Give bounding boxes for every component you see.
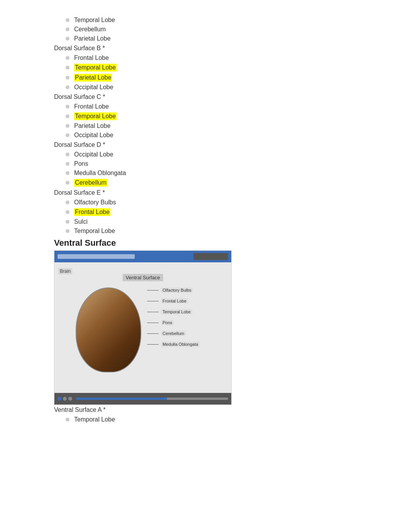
item-label: Temporal Lobe xyxy=(74,228,115,235)
progress-bar xyxy=(76,398,228,400)
list-item: Temporal Lobe xyxy=(54,111,395,121)
annotation-line: Olfactory Bulbs xyxy=(147,287,227,293)
image-inner-label: Ventral Surface xyxy=(123,274,163,281)
item-label: Temporal Lobe xyxy=(74,17,115,24)
item-label: Occipital Lobe xyxy=(74,151,113,158)
dot xyxy=(58,397,61,401)
bullet-icon xyxy=(66,418,69,422)
item-label: Parietal Lobe xyxy=(74,74,112,82)
list-item: Temporal Lobe xyxy=(54,226,395,236)
list-item: Frontal Lobe xyxy=(54,102,395,111)
annotation-line: Cerebellum xyxy=(147,331,227,336)
item-label: Frontal Lobe xyxy=(74,103,109,110)
bullet-icon xyxy=(66,37,69,41)
annotation-line: Medulla Oblongata xyxy=(147,342,227,347)
section-header-dorsal-c: Dorsal Surface C * xyxy=(54,92,395,102)
bullet-icon xyxy=(66,181,69,185)
item-label: Frontal Lobe xyxy=(74,54,109,61)
section-header-dorsal-e: Dorsal Surface E * xyxy=(54,188,395,198)
list-item: Parietal Lobe xyxy=(54,121,395,131)
bullet-icon xyxy=(66,105,69,109)
annotation-dash xyxy=(147,312,159,312)
list-item: Medulla Oblongata xyxy=(54,168,395,178)
annotation-text: Cerebellum xyxy=(161,331,186,336)
image-bottom-bar xyxy=(54,393,231,405)
item-label: Occipital Lobe xyxy=(74,84,113,91)
image-top-bar xyxy=(54,251,231,262)
ventral-surface-header: Ventral Surface xyxy=(54,236,395,250)
annotation-line: Pons xyxy=(147,320,227,325)
dot xyxy=(63,397,67,401)
section-header-dorsal-b: Dorsal Surface B * xyxy=(54,43,395,53)
dot xyxy=(68,397,72,401)
item-label: Olfactory Bulbs xyxy=(74,199,116,206)
annotation-dash xyxy=(147,323,159,323)
bullet-icon xyxy=(66,229,69,233)
dorsal-e-items: Olfactory Bulbs Frontal Lobe Sulci Tempo… xyxy=(54,198,395,236)
annotation-dash xyxy=(147,301,159,301)
item-label: Temporal Lobe xyxy=(74,416,115,423)
list-item: Sulci xyxy=(54,217,395,226)
brain-photo xyxy=(76,287,141,372)
bullet-icon xyxy=(66,220,69,224)
ventral-surface-image-block[interactable]: Brain Ventral Surface Olfactory Bulbs Fr… xyxy=(54,250,232,405)
annotation-dash xyxy=(147,290,159,291)
annotation-text: Olfactory Bulbs xyxy=(161,287,193,293)
image-top-bar-right xyxy=(193,253,228,260)
image-annotations: Olfactory Bulbs Frontal Lobe Temporal Lo… xyxy=(147,287,227,393)
list-item: Pons xyxy=(54,159,395,168)
item-label: Parietal Lobe xyxy=(74,35,110,42)
list-item: Cerebellum xyxy=(54,178,395,188)
bullet-icon xyxy=(66,18,69,22)
list-item: Temporal Lobe xyxy=(54,15,395,25)
bottom-bar-dots xyxy=(58,397,72,401)
progress-fill xyxy=(76,398,167,400)
annotation-text: Pons xyxy=(161,320,174,325)
list-item: Occipital Lobe xyxy=(54,150,395,159)
section-header-ventral-a: Ventral Surface A * xyxy=(54,405,395,415)
main-content: Temporal Lobe Cerebellum Parietal Lobe D… xyxy=(0,15,410,424)
image-top-bar-left xyxy=(58,254,135,259)
list-item: Occipital Lobe xyxy=(54,131,395,140)
item-label: Temporal Lobe xyxy=(74,64,117,71)
item-label: Medulla Oblongata xyxy=(74,170,126,177)
ventral-a-items: Temporal Lobe xyxy=(54,415,395,424)
annotation-text: Temporal Lobe xyxy=(161,309,192,314)
item-label: Frontal Lobe xyxy=(74,208,110,216)
item-label: Parietal Lobe xyxy=(74,122,110,129)
dorsal-d-items: Occipital Lobe Pons Medulla Oblongata Ce… xyxy=(54,150,395,188)
list-item: Frontal Lobe xyxy=(54,53,395,63)
item-label: Pons xyxy=(74,160,88,167)
bullet-icon xyxy=(66,153,69,156)
bullet-icon xyxy=(66,27,69,31)
list-item: Frontal Lobe xyxy=(54,207,395,217)
bullet-icon xyxy=(66,114,69,118)
annotation-dash xyxy=(147,344,159,345)
bullet-icon xyxy=(66,171,69,175)
bullet-icon xyxy=(66,66,69,70)
item-label: Cerebellum xyxy=(74,179,107,187)
list-item: Occipital Lobe xyxy=(54,83,395,92)
item-label: Cerebellum xyxy=(74,26,106,33)
bullet-icon xyxy=(66,56,69,60)
list-item: Cerebellum xyxy=(54,25,395,34)
bullet-icon xyxy=(66,210,69,214)
annotation-line: Frontal Lobe xyxy=(147,298,227,304)
list-item: Temporal Lobe xyxy=(54,415,395,424)
bullet-icon xyxy=(66,162,69,166)
section-header-dorsal-d: Dorsal Surface D * xyxy=(54,140,395,150)
list-item: Temporal Lobe xyxy=(54,63,395,73)
list-item: Parietal Lobe xyxy=(54,73,395,83)
list-item: Olfactory Bulbs xyxy=(54,198,395,207)
bullet-icon xyxy=(66,124,69,128)
bullet-icon xyxy=(66,133,69,137)
bullet-icon xyxy=(66,201,69,204)
item-label: Temporal Lobe xyxy=(74,112,117,120)
annotation-text: Medulla Oblongata xyxy=(161,342,200,347)
annotation-line: Temporal Lobe xyxy=(147,309,227,314)
list-item: Parietal Lobe xyxy=(54,34,395,43)
annotation-dash xyxy=(147,333,159,334)
item-label: Occipital Lobe xyxy=(74,132,113,139)
annotation-text: Frontal Lobe xyxy=(161,298,188,304)
dorsal-b-items: Frontal Lobe Temporal Lobe Parietal Lobe… xyxy=(54,53,395,92)
